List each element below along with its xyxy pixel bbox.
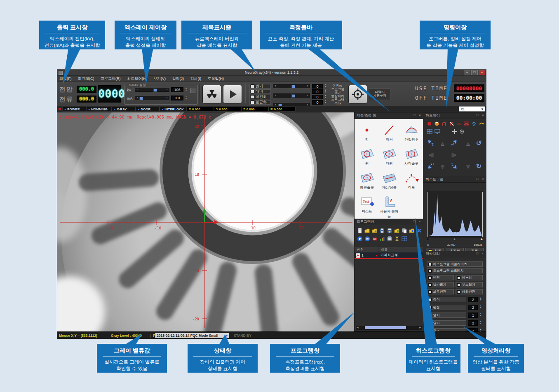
close-icon[interactable]: × [481, 177, 485, 181]
toggle-hist-equalize[interactable]: 히스토그램 이퀄라이즈 [427, 261, 483, 267]
slider-right-icon[interactable]: › [165, 88, 169, 91]
toggle-dilation[interactable]: 팽창 [427, 305, 466, 310]
stop-icon[interactable]: 88 [372, 236, 378, 242]
average-value[interactable]: 0 [312, 100, 323, 105]
detector-calibration-button[interactable]: 디텍터 자동보정 [369, 89, 390, 100]
erosion-value[interactable]: 2 [468, 297, 478, 302]
slider-left-icon[interactable]: ‹ [135, 96, 139, 100]
restore-button[interactable]: □ [471, 70, 478, 75]
rotate-ccw-button[interactable]: ↺ [474, 138, 484, 148]
toggle-smooth[interactable]: 부드럽게 [456, 282, 483, 287]
program-row[interactable]: 1 ▼ 기계좌표계 [355, 252, 423, 259]
toggle-hist-stretch[interactable]: 히스토그램 스트레치 [427, 268, 483, 273]
tool-ellipse[interactable]: 타원 [378, 148, 400, 166]
tool-single-arc[interactable]: 단일원호 [401, 124, 422, 142]
plug-connect-icon[interactable] [442, 121, 447, 126]
tool-circle[interactable]: 원 [356, 148, 378, 166]
center-target-button[interactable] [348, 85, 367, 104]
col-number[interactable]: 번호 [355, 247, 378, 252]
report-icon[interactable] [387, 236, 392, 242]
xray-on-button[interactable] [202, 85, 221, 104]
average-toggle[interactable]: 평균화 [249, 100, 271, 105]
run-step-icon[interactable] [364, 236, 370, 242]
kv-extra-button[interactable] [190, 88, 195, 93]
jog-right-button[interactable]: ▶ [449, 149, 459, 159]
toggle-invert[interactable]: 반전 [427, 275, 454, 280]
brightness-toggle[interactable]: 밝기 [249, 84, 271, 89]
average-spinner[interactable]: ▲▼ [324, 100, 327, 104]
menu-view[interactable]: 보기(V) [153, 76, 166, 82]
checkbox-icon[interactable] [251, 90, 254, 93]
tool-line[interactable]: 직선 [378, 124, 400, 142]
add-imageproc-program-button[interactable]: 영상처리 프로그램 추가 [329, 95, 347, 105]
result-chart-icon[interactable] [379, 236, 385, 242]
kv-slider[interactable]: ‹ › [135, 88, 169, 92]
histogram-min-handle[interactable]: ▲ [426, 237, 429, 241]
jog-up-left-button[interactable] [426, 138, 436, 148]
pin-icon[interactable]: □ [475, 177, 479, 181]
import-folder-icon[interactable] [409, 228, 415, 233]
tool-angle[interactable]: 각도 [401, 172, 422, 190]
close-button[interactable]: × [479, 70, 485, 75]
tool-text[interactable]: Text 텍스트 [356, 196, 378, 214]
hourglass-icon[interactable] [394, 236, 400, 242]
hardware-panel-header[interactable]: 하드웨어 □ × [423, 112, 486, 119]
ball-icon[interactable] [434, 121, 439, 126]
title-bar[interactable]: NeuroXray(x64) - version 1.1.3.2 – □ × [57, 70, 486, 76]
histogram-panel-header[interactable]: 히스토그램 □ × [423, 176, 486, 183]
aux-up-button[interactable]: ▲ [463, 138, 473, 148]
toggle-open[interactable]: 열기 [427, 313, 466, 318]
move-icon[interactable] [452, 129, 457, 134]
menu-file[interactable]: 파일(F) [59, 76, 72, 82]
program-hscrollbar[interactable]: ◀ ▶ [355, 326, 423, 330]
program-panel-header[interactable]: 프로그램창 □ × [355, 219, 423, 225]
binarize-toggle[interactable]: 이진화 [249, 95, 271, 99]
undo-arrow-icon[interactable] [479, 121, 484, 126]
monitor-icon[interactable] [435, 129, 440, 134]
measure-panel-header[interactable]: 계측/측정 창 □ × [355, 112, 423, 119]
close-icon[interactable]: × [481, 252, 485, 256]
wifi-icon[interactable] [471, 121, 477, 126]
gear-icon[interactable] [459, 129, 465, 134]
menu-coordinate[interactable]: 좌표계(C) [78, 76, 94, 82]
open-spinner[interactable]: ▲▼ [479, 313, 482, 317]
menu-settings[interactable]: 설정(J) [172, 76, 184, 82]
run-icon[interactable] [357, 236, 363, 242]
histogram-max-handle[interactable]: ▲ [480, 237, 483, 241]
add-xray-program-button[interactable]: X-Ray 프로그램 추가 [329, 84, 347, 95]
table-view-icon[interactable] [402, 236, 407, 242]
scroll-thumb[interactable] [365, 326, 406, 329]
toggle-sharpen[interactable]: 날카롭게 [427, 282, 454, 287]
menu-help[interactable]: 도움말(H) [208, 76, 224, 82]
toggle-close-op[interactable]: 닫기 [427, 320, 466, 326]
rotate-cw-button[interactable]: ↻ [474, 161, 484, 171]
histogram-mid-handle[interactable]: ▲ [453, 237, 456, 241]
checkbox-icon[interactable] [251, 95, 254, 99]
pin-icon[interactable]: □ [412, 219, 416, 224]
close-icon[interactable]: × [481, 113, 485, 117]
minimize-button[interactable]: – [464, 70, 470, 75]
jog-up-right-button[interactable] [449, 138, 459, 148]
close-icon[interactable]: × [418, 219, 422, 224]
jog-down-button[interactable]: ▼ [437, 161, 447, 171]
new-file-icon[interactable] [357, 228, 363, 233]
record-icon[interactable] [427, 121, 432, 126]
export-folder-icon[interactable] [394, 228, 400, 233]
handset-active-icon[interactable] [464, 121, 469, 126]
close-icon[interactable]: × [418, 113, 422, 117]
tool-distance[interactable]: 거리/선폭 [378, 172, 400, 190]
toggle-flip-h[interactable]: 좌우반전 [427, 289, 454, 294]
contrast-spinner[interactable]: ▲▼ [324, 89, 327, 93]
contrast-slider[interactable]: ‹› [273, 93, 310, 98]
tool-round-slot[interactable]: 둥근슬롯 [356, 172, 378, 190]
copy-icon[interactable] [402, 228, 407, 233]
ma-slider[interactable]: ‹ › [135, 96, 169, 100]
dilation-value[interactable]: 2 [468, 305, 478, 310]
close-op-value[interactable]: 2 [468, 320, 478, 326]
plug-disconnect-icon[interactable] [449, 121, 454, 126]
zoom-select[interactable]: x1▾ [459, 106, 485, 112]
binarize-spinner[interactable]: ▲▼ [324, 94, 327, 98]
save-icon[interactable] [379, 228, 385, 233]
scroll-right-icon[interactable]: ▶ [419, 326, 421, 329]
ma-value[interactable]: 0.0 [171, 96, 183, 100]
